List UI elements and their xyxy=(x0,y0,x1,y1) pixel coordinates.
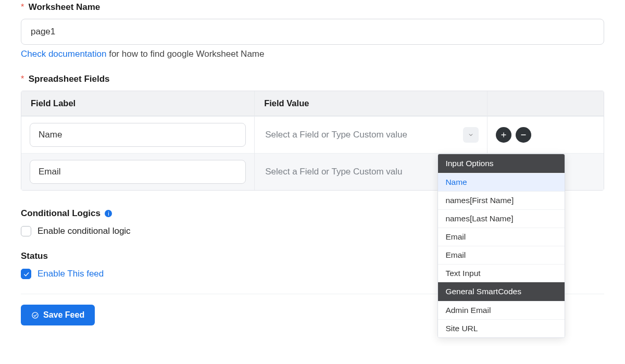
svg-point-3 xyxy=(32,312,38,318)
enable-conditional-label: Enable conditional logic xyxy=(38,226,131,236)
spreadsheet-fields-table: Field Label Field Value xyxy=(21,91,604,191)
dropdown-item[interactable]: Text Input xyxy=(438,264,565,282)
conditional-logics-label: Conditional Logics xyxy=(21,208,101,218)
field-label-input[interactable] xyxy=(30,160,246,184)
spreadsheet-fields-label: Spreadsheet Fields xyxy=(29,74,110,84)
check-circle-icon xyxy=(31,311,39,319)
table-row: Input OptionsNamenames[First Name]names[… xyxy=(21,153,604,190)
dropdown-item[interactable]: Admin Email xyxy=(438,301,565,319)
dropdown-item[interactable]: Email xyxy=(438,246,565,264)
remove-row-button[interactable] xyxy=(516,127,531,143)
worksheet-helper: Check documentation for how to find goog… xyxy=(21,49,604,59)
worksheet-name-label: Worksheet Name xyxy=(29,2,101,12)
required-marker: * xyxy=(21,74,24,84)
save-feed-button[interactable]: Save Feed xyxy=(21,305,95,325)
dropdown-item[interactable]: Email xyxy=(438,228,565,246)
table-row xyxy=(21,116,604,153)
field-value-dropdown[interactable]: Input OptionsNamenames[First Name]names[… xyxy=(438,154,565,338)
info-icon[interactable]: i xyxy=(105,210,112,217)
col-header-label: Field Label xyxy=(21,91,254,116)
dropdown-group-header: Input Options xyxy=(438,154,565,173)
dropdown-item[interactable]: names[Last Name] xyxy=(438,209,565,228)
chevron-down-icon[interactable] xyxy=(463,127,479,143)
worksheet-name-input[interactable] xyxy=(21,19,604,45)
enable-feed-checkbox[interactable] xyxy=(21,269,31,279)
dropdown-item[interactable]: names[First Name] xyxy=(438,191,565,209)
dropdown-item[interactable]: Name xyxy=(438,173,565,191)
add-row-button[interactable] xyxy=(496,127,511,143)
field-label-input[interactable] xyxy=(30,123,246,147)
field-value-input[interactable] xyxy=(263,123,460,146)
col-header-value: Field Value xyxy=(254,91,487,116)
dropdown-group-header: General SmartCodes xyxy=(438,282,565,301)
enable-feed-label: Enable This feed xyxy=(38,269,104,279)
check-documentation-link[interactable]: Check documentation xyxy=(21,49,106,59)
dropdown-item[interactable]: Site URL xyxy=(438,319,565,337)
required-marker: * xyxy=(21,3,24,12)
status-label: Status xyxy=(21,251,48,261)
enable-conditional-checkbox[interactable] xyxy=(21,226,31,236)
